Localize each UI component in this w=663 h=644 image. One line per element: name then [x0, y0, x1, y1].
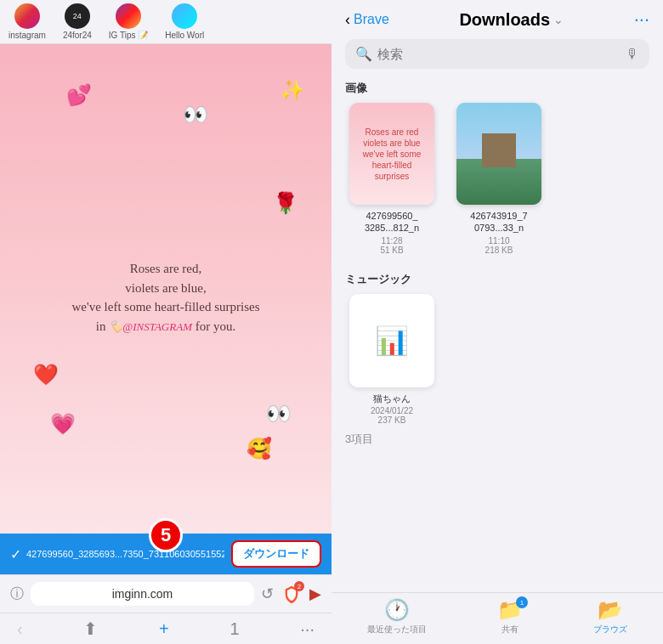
- image-size-2: 218 KB: [485, 246, 513, 255]
- more-button[interactable]: ···: [300, 619, 314, 639]
- images-grid: Roses are redviolets are bluewe've left …: [332, 103, 663, 268]
- emoji-eyes: 👀: [183, 103, 208, 127]
- music-thumb: 📊: [349, 294, 434, 387]
- header-title-group: Downloads ⌄: [459, 10, 564, 30]
- bottom-tabs: 🕐 最近使った項目 📁 1 共有 📂 ブラウズ: [332, 592, 663, 644]
- images-section-title: 画像: [332, 77, 663, 103]
- tab-helloworld[interactable]: Hello Worl: [156, 0, 212, 43]
- image-name-2: 426743919_7 0793...33_n: [452, 210, 546, 234]
- emoji-heart-small: 💗: [50, 412, 76, 436]
- tab-avatar-igtips: [116, 3, 141, 29]
- browser-nav: ‹ ⬆ + 1 ···: [0, 613, 332, 644]
- back-button[interactable]: ‹: [17, 619, 23, 639]
- music-date: 2024/01/22: [371, 406, 413, 415]
- tab-bar: instagram 24 24for24 IG Tips 📝 Hello Wor…: [0, 0, 332, 44]
- recents-icon: 🕐: [384, 598, 410, 622]
- tab-igtips[interactable]: IG Tips 📝: [100, 0, 156, 43]
- emoji-eyes2: 👀: [266, 402, 292, 426]
- share-badge: 1: [516, 596, 528, 608]
- tab-avatar-instagram: [14, 3, 40, 29]
- shield-badge: 2: [294, 581, 304, 591]
- download-filename: 427699560_3285693...7350_731106030551552…: [26, 549, 224, 559]
- back-to-brave[interactable]: Brave: [354, 12, 389, 27]
- arrow-icon[interactable]: ▶: [309, 585, 321, 603]
- brave-shield-icon[interactable]: 2: [280, 583, 303, 605]
- browse-label: ブラウズ: [593, 624, 627, 636]
- tab-browse[interactable]: 📂 ブラウズ: [593, 598, 627, 636]
- emoji-sparkle: ✨: [280, 78, 305, 102]
- count-bar: 3項目: [332, 425, 663, 454]
- emoji-rose: 🌹: [273, 191, 298, 215]
- files-panel: ‹ Brave Downloads ⌄ ··· 🔍 🎙 画像 Roses are…: [332, 0, 663, 644]
- item-count: 3項目: [345, 432, 373, 445]
- image-time-2: 11:10: [488, 236, 509, 246]
- add-tab-button[interactable]: +: [159, 619, 169, 639]
- tab-label-igtips: IG Tips 📝: [109, 31, 148, 40]
- instagram-tag: 🏷️@INSTAGRAM: [109, 320, 192, 333]
- header-left: ‹ Brave: [345, 11, 389, 29]
- music-section-title: ミュージック: [332, 268, 663, 294]
- emoji-heart-red: ❤️: [33, 363, 59, 387]
- mic-icon[interactable]: 🎙: [626, 47, 639, 62]
- recents-label: 最近使った項目: [367, 624, 427, 636]
- instagram-post: 💕 👀 🌹 ✨ ❤️ 💗 👀 🥰 Roses are red, violets …: [0, 44, 332, 534]
- download-button[interactable]: ダウンロード: [231, 540, 321, 568]
- tabs-button[interactable]: 1: [230, 619, 239, 639]
- emoji-hearts: 💕: [66, 83, 92, 107]
- page-title: Downloads: [459, 10, 550, 30]
- image-name-1: 427699560_ 3285...812_n: [345, 210, 439, 234]
- more-options-button[interactable]: ···: [634, 8, 649, 31]
- music-wave-icon: 📊: [375, 325, 409, 357]
- image-size-1: 51 KB: [380, 246, 403, 255]
- info-icon: ⓘ: [10, 585, 24, 603]
- title-chevron-icon: ⌄: [553, 13, 564, 26]
- tab-label-instagram: instagram: [8, 31, 46, 40]
- step-indicator: 5: [149, 518, 183, 552]
- emoji-love-face: 🥰: [246, 437, 272, 460]
- music-size: 237 KB: [378, 415, 406, 425]
- tab-24for24[interactable]: 24 24for24: [54, 0, 100, 43]
- check-icon: ✓: [10, 546, 21, 562]
- search-icon: 🔍: [355, 46, 372, 62]
- address-bar: ⓘ ↺ 2 ▶: [0, 574, 332, 613]
- browse-icon: 📂: [598, 598, 623, 622]
- tab-recents[interactable]: 🕐 最近使った項目: [367, 598, 427, 636]
- tab-avatar-24for24: 24: [65, 3, 90, 29]
- post-text: Roses are red, violets are blue, we've l…: [47, 259, 286, 336]
- tab-avatar-helloworld: [172, 3, 197, 29]
- music-name: 猫ちゃん: [373, 393, 411, 404]
- music-file[interactable]: 📊 猫ちゃん 2024/01/22 237 KB: [345, 294, 439, 425]
- search-input[interactable]: [377, 47, 620, 61]
- share-button[interactable]: ⬆: [83, 619, 98, 639]
- reload-icon[interactable]: ↺: [261, 585, 274, 603]
- image-time-1: 11:28: [381, 236, 402, 246]
- files-header: ‹ Brave Downloads ⌄ ···: [332, 0, 663, 36]
- browser-content: 💕 👀 🌹 ✨ ❤️ 💗 👀 🥰 Roses are red, violets …: [0, 44, 332, 534]
- image-thumb-1: Roses are redviolets are bluewe've left …: [349, 103, 434, 205]
- tab-shared[interactable]: 📁 1 共有: [497, 598, 523, 636]
- tab-instagram[interactable]: instagram: [0, 0, 54, 43]
- url-input[interactable]: [31, 582, 254, 606]
- browser-panel: instagram 24 24for24 IG Tips 📝 Hello Wor…: [0, 0, 332, 644]
- tab-label-helloworld: Hello Worl: [165, 31, 204, 40]
- tab-label-24for24: 24for24: [63, 31, 92, 40]
- music-section: 📊 猫ちゃん 2024/01/22 237 KB: [332, 294, 663, 425]
- image-file-1[interactable]: Roses are redviolets are bluewe've left …: [345, 103, 439, 255]
- shared-icon-wrapper: 📁 1: [497, 598, 523, 622]
- image-thumb-2: [456, 103, 541, 205]
- download-bar: 5 ✓ 427699560_3285693...7350_73110603055…: [0, 534, 332, 574]
- image-file-2[interactable]: 426743919_7 0793...33_n 11:10 218 KB: [452, 103, 546, 255]
- back-arrow-icon: ‹: [345, 11, 350, 29]
- search-bar: 🔍 🎙: [345, 39, 649, 69]
- shared-label: 共有: [502, 624, 518, 636]
